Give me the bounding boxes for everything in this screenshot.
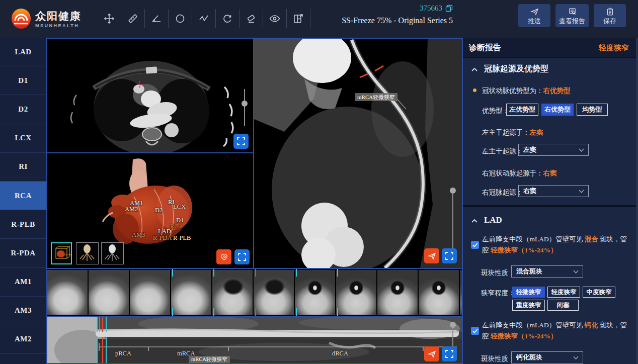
strip-marker-current bbox=[255, 308, 256, 316]
ellipse-icon[interactable] bbox=[174, 13, 186, 25]
report-title: 诊断报告 bbox=[469, 43, 501, 53]
cross-section-tile[interactable] bbox=[212, 270, 253, 315]
cpr-view-panel: mRCA轻微狭窄 bbox=[253, 38, 463, 269]
ruler-icon[interactable] bbox=[127, 13, 139, 25]
lumen-stenosis-annotation[interactable]: mRCA轻微狭窄 bbox=[189, 356, 230, 363]
finding2-text: 左前降支中段（mLAD）管壁可见 钙化 斑块，管腔 轻微狭窄（1%-24%） bbox=[482, 320, 631, 342]
dominance-option-right[interactable]: 右优势型 bbox=[541, 104, 574, 116]
axial-fullscreen-button[interactable] bbox=[233, 134, 249, 149]
push-button[interactable]: 推送 bbox=[518, 4, 550, 27]
vessel-label-am2: AM2 bbox=[125, 206, 138, 213]
stenosis-option-minimal[interactable]: 轻微狭窄 bbox=[512, 287, 545, 298]
angle-icon[interactable] bbox=[150, 13, 163, 25]
sidebar-item-d1[interactable]: D1 bbox=[0, 66, 46, 95]
axial-view-panel bbox=[46, 38, 254, 153]
sidebar-item-lad[interactable]: LAD bbox=[0, 38, 46, 66]
cross-section-tile[interactable] bbox=[254, 270, 294, 315]
dominance-option-balanced[interactable]: 均势型 bbox=[577, 104, 608, 116]
dominance-select-label: 优势型： bbox=[482, 107, 509, 116]
axial-slice-slider[interactable] bbox=[242, 89, 248, 126]
eraser-icon[interactable] bbox=[245, 13, 257, 25]
sidebar-item-am1[interactable]: AM1 bbox=[0, 268, 46, 297]
cross-section-tile[interactable] bbox=[377, 270, 418, 315]
vessel-label-lcx: LCX bbox=[173, 203, 186, 211]
heart-view-button[interactable] bbox=[216, 249, 231, 264]
thumbnail-vessel-tree-2[interactable] bbox=[101, 242, 124, 264]
sidebar-item-ri[interactable]: RI bbox=[0, 153, 46, 181]
logo-subtitle: MSUNHEALTH bbox=[35, 23, 82, 28]
thumbnail-vessel-tree-1[interactable] bbox=[76, 242, 99, 264]
lumen-fullscreen-button[interactable] bbox=[442, 346, 457, 361]
sidebar-item-r-pda[interactable]: R-PDA bbox=[0, 239, 46, 267]
cross-section-tile[interactable] bbox=[460, 270, 462, 315]
stenosis-option-moderate[interactable]: 中度狭窄 bbox=[583, 287, 615, 298]
cpr-fullscreen-button[interactable] bbox=[442, 248, 457, 263]
finding2-checkbox[interactable] bbox=[471, 327, 479, 335]
cross-section-tile[interactable] bbox=[89, 270, 129, 315]
lm-origin-dropdown[interactable]: 左窦 bbox=[518, 144, 589, 156]
thumbnail-3d-vr[interactable]: 3D VR bbox=[51, 242, 72, 264]
report-header: 诊断报告 轻度狭窄 bbox=[463, 38, 638, 58]
cpr-stenosis-annotation[interactable]: mRCA轻微狭窄 bbox=[355, 93, 397, 101]
view-report-button[interactable]: 查看报告 bbox=[555, 4, 589, 27]
finding2-plaque-label: 斑块性质： bbox=[481, 354, 515, 363]
finding1-plaque-type: 混合 bbox=[585, 235, 598, 243]
report-scrollbar[interactable] bbox=[636, 38, 638, 364]
strip-marker-current bbox=[255, 269, 256, 277]
finding1-checkbox[interactable] bbox=[471, 241, 479, 249]
thumb-3d-vr-label: 3D VR bbox=[64, 253, 72, 256]
eye-icon[interactable] bbox=[269, 13, 281, 25]
send-icon bbox=[428, 252, 436, 260]
sidebar-item-am2[interactable]: AM2 bbox=[0, 325, 46, 354]
finding1-plaque-dropdown-value: 混合斑块 bbox=[512, 267, 573, 276]
push-button-label: 推送 bbox=[528, 18, 541, 24]
cpr-send-button[interactable] bbox=[424, 248, 439, 263]
strip-marker-cyan bbox=[296, 269, 297, 277]
chevron-down-icon bbox=[573, 270, 579, 274]
logo-title: 众阳健康 bbox=[35, 9, 82, 23]
pan-icon[interactable] bbox=[103, 13, 115, 25]
sidebar-item-r-plb[interactable]: R-PLB bbox=[0, 210, 46, 239]
dominance-option-left[interactable]: 左优势型 bbox=[506, 104, 538, 116]
sidebar-item-am3[interactable]: AM3 bbox=[0, 297, 46, 325]
lumen-image bbox=[47, 317, 462, 363]
msunhealth-logo-icon bbox=[11, 9, 31, 29]
copy-icon[interactable] bbox=[445, 5, 453, 12]
cross-section-tile[interactable] bbox=[130, 270, 170, 315]
layout-icon[interactable] bbox=[292, 13, 304, 25]
cross-section-tile[interactable] bbox=[171, 270, 211, 315]
toolbar-separator bbox=[263, 9, 263, 28]
sidebar-item-d2[interactable]: D2 bbox=[0, 95, 46, 124]
rca-origin-dropdown[interactable]: 右窦 bbox=[518, 185, 589, 197]
cross-section-tile[interactable] bbox=[47, 270, 88, 315]
sidebar-item-rca[interactable]: RCA bbox=[0, 181, 46, 210]
strip-marker-cyan bbox=[213, 269, 214, 277]
cross-section-tile[interactable] bbox=[295, 270, 335, 315]
stenosis-option-severe[interactable]: 重度狭窄 bbox=[512, 300, 545, 311]
stenosis-option-occlusion[interactable]: 闭塞 bbox=[547, 300, 579, 311]
rca-origin-select-label: 右冠脉起源： bbox=[482, 188, 523, 197]
volume-3d-panel: AM1 AM2 D2 RI LCX D1 RCA LAD AM3 R-PDA R… bbox=[46, 152, 254, 269]
strip-marker-cyan bbox=[337, 269, 338, 277]
finding2-plaque-dropdown[interactable]: 钙化斑块 bbox=[511, 351, 583, 363]
toolbar-separator bbox=[121, 9, 121, 28]
save-button[interactable]: 保存 bbox=[594, 4, 626, 27]
finding1-plaque-dropdown[interactable]: 混合斑块 bbox=[511, 265, 583, 278]
volume3d-fullscreen-button[interactable] bbox=[234, 249, 250, 264]
check-icon bbox=[472, 243, 478, 247]
polyline-icon[interactable] bbox=[198, 13, 210, 25]
finding2-plaque-dropdown-value: 钙化斑块 bbox=[512, 353, 573, 362]
rotate-icon[interactable] bbox=[221, 13, 233, 25]
report-search-icon bbox=[568, 8, 577, 16]
vessel-label-d2: D2 bbox=[155, 207, 163, 214]
top-bar: 众阳健康 MSUNHEALTH bbox=[0, 0, 638, 38]
cross-section-tile[interactable] bbox=[419, 270, 459, 315]
cross-section-tile[interactable] bbox=[336, 270, 376, 315]
stenosis-option-mild[interactable]: 轻度狭窄 bbox=[547, 287, 580, 298]
segment-label-prca: pRCA bbox=[115, 350, 131, 357]
sidebar-item-lcx[interactable]: LCX bbox=[0, 124, 46, 153]
collapse-chevron-icon[interactable] bbox=[471, 218, 478, 225]
collapse-chevron-icon[interactable] bbox=[471, 66, 478, 73]
lumen-send-button[interactable] bbox=[424, 346, 439, 361]
lm-origin-text: 左主干起源于：左窦 bbox=[482, 128, 543, 137]
